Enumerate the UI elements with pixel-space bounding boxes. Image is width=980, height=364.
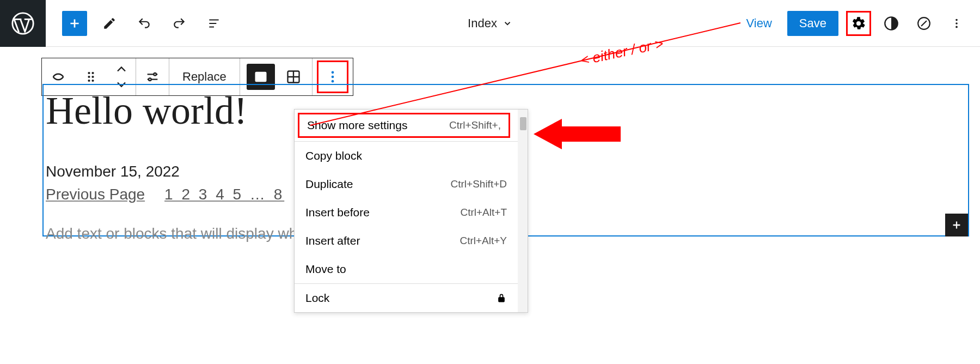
scrollbar[interactable] xyxy=(518,110,528,312)
svg-point-11 xyxy=(91,80,94,82)
lock-icon xyxy=(496,293,507,304)
svg-point-18 xyxy=(331,71,334,74)
more-options-button[interactable] xyxy=(944,11,969,36)
menu-item-show-more-settings[interactable]: Show more settings Ctrl+Shift+, xyxy=(298,113,510,138)
svg-point-9 xyxy=(91,76,94,78)
svg-point-13 xyxy=(149,78,151,81)
left-tool-group xyxy=(46,11,226,36)
template-title-label: Index xyxy=(468,16,497,31)
svg-point-4 xyxy=(955,22,958,25)
preview-button[interactable] xyxy=(911,11,936,36)
menu-item-move-to[interactable]: Move to xyxy=(295,255,518,283)
svg-rect-15 xyxy=(257,74,265,75)
settings-button[interactable] xyxy=(846,11,871,36)
menu-item-lock[interactable]: Lock xyxy=(295,284,518,312)
svg-point-8 xyxy=(88,76,90,78)
prev-page-link[interactable]: Previous Page xyxy=(46,186,145,203)
undo-icon[interactable] xyxy=(132,11,157,36)
menu-item-insert-after[interactable]: Insert after Ctrl+Alt+Y xyxy=(295,227,518,255)
list-view-icon[interactable] xyxy=(201,11,226,36)
menu-label: Move to xyxy=(305,263,346,276)
svg-point-19 xyxy=(331,76,334,78)
svg-point-6 xyxy=(88,72,90,74)
styles-button[interactable] xyxy=(879,11,904,36)
menu-shortcut: Ctrl+Shift+, xyxy=(449,119,501,131)
redo-icon[interactable] xyxy=(167,11,192,36)
right-tool-group: View Save xyxy=(739,11,980,36)
dots-vertical-icon xyxy=(951,17,963,29)
menu-label: Duplicate xyxy=(305,178,353,191)
svg-point-7 xyxy=(91,72,94,74)
menu-shortcut: Ctrl+Alt+T xyxy=(460,207,507,219)
page-numbers[interactable]: 1 2 3 4 5 … 8 xyxy=(164,186,284,203)
contrast-icon xyxy=(884,16,899,31)
chevron-down-icon xyxy=(503,19,512,28)
chevron-up-icon xyxy=(114,62,129,77)
dots-vertical-icon xyxy=(325,69,340,84)
menu-label: Insert after xyxy=(305,234,360,247)
inline-add-block-button[interactable] xyxy=(945,214,968,236)
menu-label: Insert before xyxy=(305,206,370,219)
menu-shortcut: Ctrl+Shift+D xyxy=(451,178,507,190)
wp-logo-icon[interactable] xyxy=(0,0,46,47)
view-link[interactable]: View xyxy=(739,16,780,31)
menu-item-copy-block[interactable]: Copy block xyxy=(295,142,518,170)
svg-rect-16 xyxy=(257,77,265,78)
menu-item-insert-before[interactable]: Insert before Ctrl+Alt+T xyxy=(295,198,518,227)
svg-point-20 xyxy=(331,80,334,83)
edit-tool-icon[interactable] xyxy=(97,11,122,36)
menu-label: Copy block xyxy=(305,149,362,162)
menu-label: Show more settings xyxy=(307,119,407,132)
save-button[interactable]: Save xyxy=(787,11,838,36)
svg-point-5 xyxy=(955,26,958,28)
svg-point-12 xyxy=(154,73,156,76)
menu-shortcut: Ctrl+Alt+Y xyxy=(460,235,507,247)
add-block-button[interactable] xyxy=(62,11,87,36)
svg-point-10 xyxy=(88,80,90,82)
menu-label: Lock xyxy=(305,292,329,305)
menu-item-duplicate[interactable]: Duplicate Ctrl+Shift+D xyxy=(295,170,518,198)
block-context-menu: Show more settings Ctrl+Shift+, Copy blo… xyxy=(294,109,528,313)
template-title[interactable]: Index xyxy=(468,16,512,31)
compass-icon xyxy=(917,16,931,31)
svg-point-3 xyxy=(955,19,958,21)
top-header-bar: Index View Save xyxy=(0,0,980,47)
annotation-arrow xyxy=(534,119,621,149)
gear-icon xyxy=(851,16,866,31)
